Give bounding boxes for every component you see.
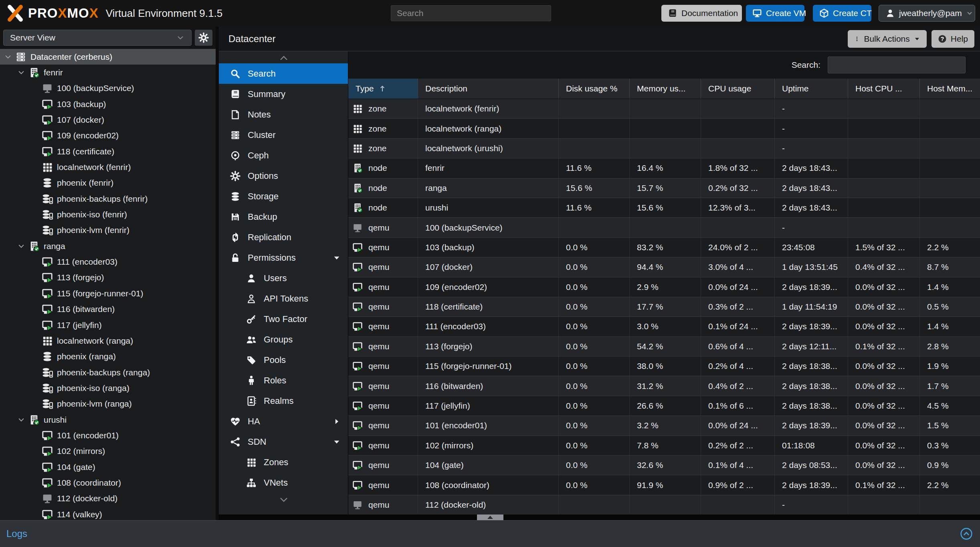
bulk-actions-button[interactable]: Bulk Actions [848, 30, 926, 48]
menu-item-realms[interactable]: Realms [219, 391, 348, 411]
grid-row-112-docker-old[interactable]: qemu112 (docker-old)- [348, 495, 980, 515]
tree-item-fenrir[interactable]: fenrir [0, 65, 216, 80]
tree-item-104-gate[interactable]: 104 (gate) [0, 459, 216, 475]
grid-row-103-backup[interactable]: qemu103 (backup)0.0 %83.2 %24.0% of 2 ..… [348, 238, 980, 257]
grid-row-ranga[interactable]: noderanga15.6 %15.7 %0.2% of 32 ...2 day… [348, 178, 980, 198]
column-header-host-cpu[interactable]: Host CPU ... [848, 79, 920, 99]
grid-row-101-encoder01[interactable]: qemu101 (encoder01)0.0 %3.2 %0.0% of 24 … [348, 416, 980, 436]
menu-item-cluster[interactable]: Cluster [219, 125, 348, 145]
global-search-input[interactable] [391, 5, 551, 21]
grid-row-localnetwork-ranga[interactable]: zonelocalnetwork (ranga)- [348, 119, 980, 138]
expand-logs-icon[interactable] [960, 527, 973, 540]
grid-row-fenrir[interactable]: nodefenrir11.6 %16.4 %1.8% of 32 ...2 da… [348, 158, 980, 178]
tree-item-109-encoder02[interactable]: 109 (encoder02) [0, 128, 216, 144]
column-header-type[interactable]: Type [348, 79, 418, 99]
tree-settings-button[interactable] [195, 30, 212, 46]
tree-item-102-mirrors[interactable]: 102 (mirrors) [0, 444, 216, 459]
tree-item-phoenix-iso-ranga[interactable]: phoenix-iso (ranga) [0, 380, 216, 396]
menu-scroll-up[interactable] [219, 53, 348, 63]
vm-running-icon [352, 401, 363, 411]
grid-row-localnetwork-urushi[interactable]: zonelocalnetwork (urushi)- [348, 139, 980, 158]
tree-item-117-jellyfin[interactable]: 117 (jellyfin) [0, 317, 216, 333]
column-header-memory-us[interactable]: Memory us... [630, 79, 701, 99]
tree-item-103-backup[interactable]: 103 (backup) [0, 96, 216, 112]
menu-item-storage[interactable]: Storage [219, 186, 348, 207]
column-header-uptime[interactable]: Uptime [775, 79, 848, 99]
create-vm-button[interactable]: Create VM [746, 5, 804, 22]
proxmox-logo[interactable]: PROXMOX [6, 4, 99, 23]
grid-row-104-gate[interactable]: qemu104 (gate)0.0 %32.6 %0.1% of 4 ...2 … [348, 456, 980, 475]
documentation-button[interactable]: Documentation [661, 5, 742, 22]
grid-row-113-forgejo[interactable]: qemu113 (forgejo)0.0 %54.2 %0.6% of 4 ..… [348, 337, 980, 357]
tree-item-phoenix-fenrir[interactable]: phoenix (fenrir) [0, 175, 216, 191]
grid-row-urushi[interactable]: nodeurushi11.6 %15.6 %12.3% of 3...2 day… [348, 198, 980, 218]
column-header-cpu-usage[interactable]: CPU usage [701, 79, 775, 99]
menu-item-options[interactable]: Options [219, 166, 348, 186]
tree-item-datacenter-cerberus[interactable]: Datacenter (cerberus) [0, 49, 216, 65]
menu-item-search[interactable]: Search [219, 63, 348, 84]
tree-item-115-forgejo-runner-01[interactable]: 115 (forgejo-runner-01) [0, 286, 216, 301]
menu-item-ceph[interactable]: Ceph [219, 145, 348, 166]
grid-row-117-jellyfin[interactable]: qemu117 (jellyfin)0.0 %26.6 %0.1% of 6 .… [348, 396, 980, 416]
tree-item-112-docker-old[interactable]: 112 (docker-old) [0, 491, 216, 506]
tree-item-107-docker[interactable]: 107 (docker) [0, 112, 216, 128]
menu-item-sdn[interactable]: SDN [219, 432, 348, 452]
grid-row-localnetwork-fenrir[interactable]: zonelocalnetwork (fenrir)- [348, 99, 980, 119]
grid-row-102-mirrors[interactable]: qemu102 (mirrors)0.0 %7.8 %0.2% of 2 ...… [348, 436, 980, 456]
tree-item-phoenix-lvm-fenrir[interactable]: phoenix-lvm (fenrir) [0, 223, 216, 238]
tree-item-phoenix-backups-fenrir[interactable]: phoenix-backups (fenrir) [0, 191, 216, 207]
tree-item-localnetwork-fenrir[interactable]: localnetwork (fenrir) [0, 159, 216, 175]
menu-item-backup[interactable]: Backup [219, 207, 348, 227]
grid-row-109-encoder02[interactable]: qemu109 (encoder02)0.0 %2.9 %0.0% of 24 … [348, 278, 980, 297]
user-menu-button[interactable]: jweatherly@pam [879, 5, 975, 22]
tree-item-101-encoder01[interactable]: 101 (encoder01) [0, 427, 216, 443]
menu-item-replication[interactable]: Replication [219, 227, 348, 247]
menu-item-groups[interactable]: Groups [219, 329, 348, 350]
menu-item-vnets[interactable]: VNets [219, 472, 348, 493]
menu-item-summary[interactable]: Summary [219, 84, 348, 104]
cell-cpu [701, 218, 775, 237]
tree-item-ranga[interactable]: ranga [0, 238, 216, 254]
menu-item-zones[interactable]: Zones [219, 452, 348, 472]
grid-row-111-encoder03[interactable]: qemu111 (encoder03)0.0 %3.0 %0.1% of 24 … [348, 317, 980, 336]
menu-item-roles[interactable]: Roles [219, 370, 348, 391]
tree-item-localnetwork-ranga[interactable]: localnetwork (ranga) [0, 333, 216, 348]
menu-item-notes[interactable]: Notes [219, 104, 348, 125]
view-selector[interactable]: Server View [3, 30, 192, 46]
tree-item-phoenix-ranga[interactable]: phoenix (ranga) [0, 349, 216, 365]
logs-link[interactable]: Logs [6, 528, 27, 539]
grid-row-115-forgejo-runner-01[interactable]: qemu115 (forgejo-runner-01)0.0 %38.0 %0.… [348, 357, 980, 376]
help-button[interactable]: ? Help [932, 30, 974, 48]
tree-item-urushi[interactable]: urushi [0, 412, 216, 427]
menu-item-api-tokens[interactable]: API Tokens [219, 288, 348, 309]
tree-item-phoenix-backups-ranga[interactable]: phoenix-backups (ranga) [0, 365, 216, 380]
menu-scroll-down[interactable] [219, 494, 348, 505]
menu-item-pools[interactable]: Pools [219, 350, 348, 370]
tree-item-phoenix-iso-fenrir[interactable]: phoenix-iso (fenrir) [0, 207, 216, 222]
tree-item-118-certificate[interactable]: 118 (certificate) [0, 144, 216, 159]
grid-row-100-backupservice[interactable]: qemu100 (backupService)- [348, 218, 980, 237]
column-header-description[interactable]: Description [418, 79, 559, 99]
cell-cpu: 0.1% of 24 ... [701, 317, 775, 336]
tree-item-100-backupservice[interactable]: 100 (backupService) [0, 81, 216, 96]
column-header-disk-usage[interactable]: Disk usage % [559, 79, 630, 99]
tree-item-phoenix-lvm-ranga[interactable]: phoenix-lvm (ranga) [0, 396, 216, 412]
grid-search-input[interactable] [828, 57, 966, 73]
menu-item-users[interactable]: Users [219, 268, 348, 288]
tree-item-114-valkey[interactable]: 114 (valkey) [0, 506, 216, 520]
tree-item-108-coordinator[interactable]: 108 (coordinator) [0, 475, 216, 490]
splitter-handle[interactable] [477, 515, 503, 520]
grid-row-107-docker[interactable]: qemu107 (docker)0.0 %94.4 %3.0% of 4 ...… [348, 257, 980, 277]
tree-item-113-forgejo[interactable]: 113 (forgejo) [0, 270, 216, 286]
tree-item-116-bitwarden[interactable]: 116 (bitwarden) [0, 302, 216, 317]
grid-row-108-coordinator[interactable]: qemu108 (coordinator)0.0 %91.9 %0.9% of … [348, 475, 980, 495]
menu-item-permissions[interactable]: Permissions [219, 247, 348, 268]
menu-item-two-factor[interactable]: Two Factor [219, 309, 348, 329]
grid-row-116-bitwarden[interactable]: qemu116 (bitwarden)0.0 %31.2 %0.4% of 2 … [348, 376, 980, 396]
column-header-host-mem[interactable]: Host Mem... [920, 79, 980, 99]
cell-description: 102 (mirrors) [418, 436, 559, 455]
create-ct-button[interactable]: Create CT [813, 5, 871, 22]
tree-item-111-encoder03[interactable]: 111 (encoder03) [0, 254, 216, 269]
grid-row-118-certificate[interactable]: qemu118 (certificate)0.0 %17.7 %0.3% of … [348, 297, 980, 317]
menu-item-ha[interactable]: HA [219, 411, 348, 432]
